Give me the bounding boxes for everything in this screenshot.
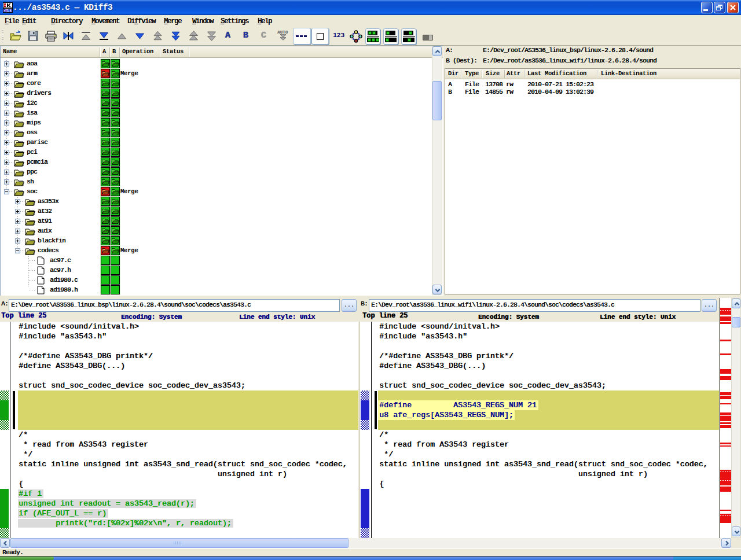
svg-text:Diff3: Diff3 xyxy=(3,9,13,13)
